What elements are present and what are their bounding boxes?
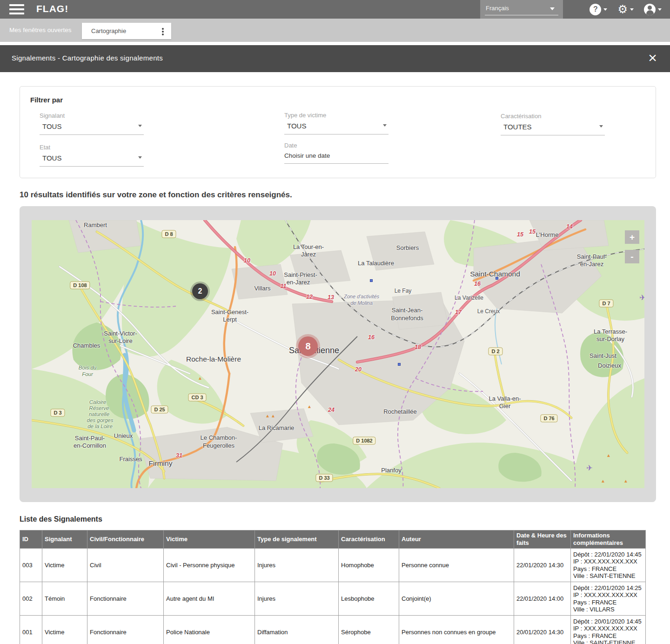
- col-header-caracterisation[interactable]: Caractérisation: [339, 530, 399, 549]
- map-label: 14: [566, 223, 573, 230]
- filter-type-victime: Type de victime TOUS: [284, 112, 389, 134]
- language-select[interactable]: Français: [480, 0, 563, 19]
- signalant-value: TOUS: [42, 122, 61, 130]
- filter-etat: Etat TOUS: [40, 144, 144, 167]
- table-row[interactable]: 002 Témoin Fonctionnaire Autre agent du …: [20, 582, 646, 616]
- signalant-dropdown[interactable]: TOUS: [40, 121, 144, 135]
- type-victime-dropdown[interactable]: TOUS: [284, 121, 389, 134]
- filter-caracterisation: Caractérisation TOUTES: [501, 113, 605, 135]
- airplane-icon: ✈: [586, 463, 592, 472]
- station-icon: [496, 277, 498, 280]
- language-value: Français: [486, 5, 509, 12]
- col-header-date[interactable]: Date & Heure des faits: [514, 530, 571, 549]
- chevron-down-icon: [138, 156, 142, 159]
- col-header-signalant[interactable]: Signalant: [42, 530, 87, 549]
- map-label: Gier: [499, 402, 511, 409]
- cell-infos: Dépôt : 20/01/2020 14:45IP : XXX.XXX.XXX…: [571, 616, 646, 644]
- help-menu-button[interactable]: ?: [590, 4, 607, 15]
- cell-victime: Civil - Personne physique: [164, 549, 255, 582]
- chevron-down-icon: [550, 7, 555, 10]
- field-label: Signalant: [40, 112, 144, 119]
- date-picker-input[interactable]: Choisir une date: [284, 151, 389, 164]
- cell-date: 22/01/2020 14:00: [514, 582, 571, 616]
- map-label: Caloire: [89, 399, 106, 405]
- divider: [485, 15, 558, 15]
- close-icon[interactable]: ×: [648, 50, 657, 65]
- map-label: naturelle: [89, 411, 109, 417]
- cell-id: 001: [20, 616, 42, 644]
- kebab-menu-icon[interactable]: [162, 28, 164, 30]
- field-label: Caractérisation: [501, 113, 605, 120]
- cell-auteur: Conjoint(e): [399, 582, 514, 616]
- map-label: des gorges: [87, 417, 114, 423]
- map-label: 31: [176, 452, 182, 459]
- map-label: La Varizelle: [455, 295, 483, 301]
- list-heading: Liste des Signalements: [20, 515, 670, 523]
- road-shield: D 3: [50, 409, 65, 417]
- map-label: en-Jarez: [287, 279, 310, 286]
- map-label: Saint-Paul-: [75, 435, 105, 442]
- map-label: Saint-Genest-: [211, 309, 248, 315]
- map-label: Chambles: [73, 342, 100, 349]
- account-menu-button[interactable]: [644, 4, 662, 15]
- col-header-victime[interactable]: Victime: [164, 530, 255, 549]
- filter-heading: Filtrer par: [30, 96, 63, 104]
- map-label: 13: [328, 294, 334, 301]
- col-header-type[interactable]: Type de signalement: [255, 530, 339, 549]
- map-label: 18: [415, 344, 421, 350]
- etat-dropdown[interactable]: TOUS: [40, 153, 144, 167]
- tab-label: Cartographie: [91, 27, 126, 34]
- map-label: 15: [517, 231, 523, 238]
- hamburger-menu-icon[interactable]: [9, 4, 24, 14]
- road-shield: D 7: [599, 300, 613, 308]
- cell-caracterisation: Sérophobe: [339, 616, 399, 644]
- map-label: en-Cornillon: [74, 442, 106, 449]
- open-windows-bar: Mes fenêtres ouvertes Cartographie: [0, 19, 670, 42]
- filter-panel: Filtrer par Signalant TOUS Type de victi…: [20, 86, 656, 178]
- cell-date: 20/01/2020 14:30: [514, 616, 571, 644]
- road-shield: CD 3: [188, 394, 206, 402]
- zoom-in-button[interactable]: +: [625, 230, 639, 244]
- cell-id: 003: [20, 549, 42, 582]
- date-placeholder: Choisir une date: [284, 152, 330, 159]
- map-label: Unieux: [114, 432, 133, 439]
- col-header-auteur[interactable]: Auteur: [399, 530, 514, 549]
- map-label: 16: [368, 334, 375, 341]
- cluster-marker[interactable]: 2: [192, 283, 208, 299]
- peak-icon: ▲: [307, 404, 312, 409]
- table-row[interactable]: 001 Victime Fonctionnaire Police Nationa…: [20, 616, 646, 644]
- map-label: Villars: [254, 285, 270, 292]
- cell-auteur: Personne connue: [399, 549, 514, 582]
- cell-id: 002: [20, 582, 42, 616]
- cell-auteur: Personnes non connues en groupe: [399, 616, 514, 644]
- col-header-civil[interactable]: Civil/Fonctionnaire: [87, 530, 164, 549]
- etat-value: TOUS: [42, 154, 61, 162]
- map-label: 16: [474, 281, 481, 287]
- caracterisation-dropdown[interactable]: TOUTES: [501, 122, 605, 135]
- cell-type: Injures: [255, 549, 339, 582]
- cell-signalant: Victime: [42, 549, 87, 582]
- map-label: Jarez: [301, 251, 316, 258]
- results-summary: 10 résultats identifiés sur votre zone e…: [20, 190, 670, 200]
- col-header-id[interactable]: ID: [20, 530, 42, 549]
- settings-menu-button[interactable]: ⚙: [617, 4, 634, 15]
- map-label: 10: [269, 270, 276, 277]
- map-panel: RambertLa Tour-en-JarezSorbiersLa Talaud…: [20, 206, 656, 502]
- map[interactable]: RambertLa Tour-en-JarezSorbiersLa Talaud…: [32, 220, 644, 488]
- map-label: Saint-Just: [590, 352, 616, 359]
- peak-icon: ▲: [623, 478, 628, 483]
- cluster-marker[interactable]: 8: [298, 336, 318, 356]
- cell-civil: Civil: [87, 549, 164, 582]
- map-label: Roche-la-Molière: [186, 355, 241, 363]
- user-icon: [644, 4, 656, 15]
- map-label: de la Loire: [87, 423, 113, 429]
- table-row[interactable]: 003 Victime Civil Civil - Personne physi…: [20, 549, 646, 582]
- col-header-infos[interactable]: Informations complémentaires: [571, 530, 646, 549]
- map-label: Zone d'activités: [344, 294, 379, 299]
- peak-icon: ▲: [271, 413, 275, 418]
- zoom-out-button[interactable]: -: [625, 250, 639, 263]
- map-label: 10: [244, 257, 250, 264]
- tab-cartographie[interactable]: Cartographie: [82, 23, 171, 39]
- cell-victime: Autre agent du MI: [164, 582, 255, 616]
- airplane-icon: ✈: [639, 293, 644, 302]
